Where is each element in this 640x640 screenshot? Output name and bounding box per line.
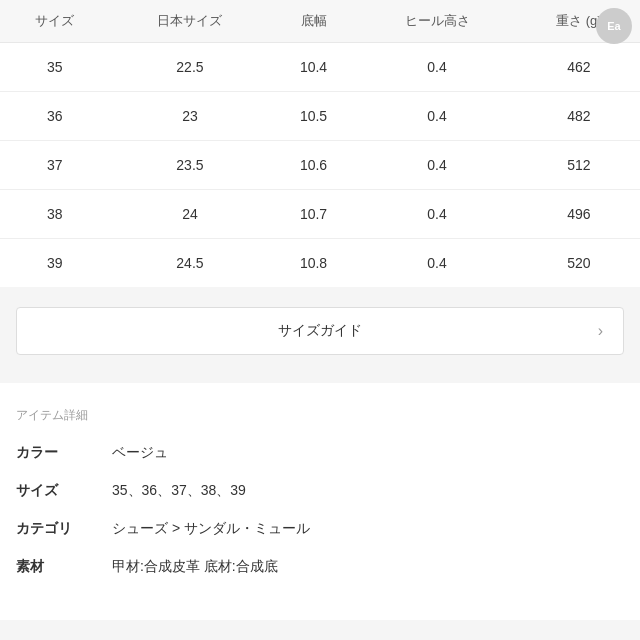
item-details-section: アイテム詳細 カラーベージュサイズ35、36、37、38、39カテゴリシューズ … bbox=[0, 383, 640, 620]
cell-japan_size: 22.5 bbox=[109, 43, 270, 92]
detail-value-2: シューズ > サンダル・ミュール bbox=[112, 520, 310, 538]
cell-japan_size: 23 bbox=[109, 92, 270, 141]
table-row: 3723.510.60.4512 bbox=[0, 141, 640, 190]
header-button-label: Ea bbox=[607, 20, 620, 32]
cell-size: 39 bbox=[0, 239, 109, 288]
cell-heel_height: 0.4 bbox=[357, 190, 518, 239]
cell-size: 37 bbox=[0, 141, 109, 190]
detail-row: カラーベージュ bbox=[16, 444, 624, 462]
cell-heel_height: 0.4 bbox=[357, 239, 518, 288]
item-details-title: アイテム詳細 bbox=[16, 407, 624, 424]
table-row: 3924.510.80.4520 bbox=[0, 239, 640, 288]
col-header-heel-height: ヒール高さ bbox=[357, 0, 518, 43]
cell-weight: 512 bbox=[518, 141, 640, 190]
detail-row: カテゴリシューズ > サンダル・ミュール bbox=[16, 520, 624, 538]
cell-japan_size: 24 bbox=[109, 190, 270, 239]
cell-japan_size: 23.5 bbox=[109, 141, 270, 190]
cell-bottom_width: 10.5 bbox=[271, 92, 357, 141]
detail-label-2: カテゴリ bbox=[16, 520, 96, 538]
table-row: 362310.50.4482 bbox=[0, 92, 640, 141]
cell-bottom_width: 10.6 bbox=[271, 141, 357, 190]
detail-value-0: ベージュ bbox=[112, 444, 168, 462]
size-table-body: 3522.510.40.4462362310.50.44823723.510.6… bbox=[0, 43, 640, 288]
cell-weight: 462 bbox=[518, 43, 640, 92]
table-row: 3522.510.40.4462 bbox=[0, 43, 640, 92]
col-header-bottom-width: 底幅 bbox=[271, 0, 357, 43]
cell-weight: 520 bbox=[518, 239, 640, 288]
detail-value-3: 甲材:合成皮革 底材:合成底 bbox=[112, 558, 278, 576]
table-header-row: サイズ 日本サイズ 底幅 ヒール高さ 重さ (g) bbox=[0, 0, 640, 43]
cell-weight: 482 bbox=[518, 92, 640, 141]
detail-row: 素材甲材:合成皮革 底材:合成底 bbox=[16, 558, 624, 576]
size-guide-section: サイズガイド › bbox=[0, 287, 640, 375]
item-details-rows: カラーベージュサイズ35、36、37、38、39カテゴリシューズ > サンダル・… bbox=[16, 444, 624, 576]
detail-label-0: カラー bbox=[16, 444, 96, 462]
header-button[interactable]: Ea bbox=[596, 8, 632, 44]
detail-label-3: 素材 bbox=[16, 558, 96, 576]
chevron-right-icon: › bbox=[598, 322, 603, 340]
cell-weight: 496 bbox=[518, 190, 640, 239]
cell-size: 36 bbox=[0, 92, 109, 141]
size-guide-button[interactable]: サイズガイド › bbox=[16, 307, 624, 355]
cell-japan_size: 24.5 bbox=[109, 239, 270, 288]
detail-label-1: サイズ bbox=[16, 482, 96, 500]
col-header-size: サイズ bbox=[0, 0, 109, 43]
cell-heel_height: 0.4 bbox=[357, 141, 518, 190]
cell-size: 35 bbox=[0, 43, 109, 92]
table-row: 382410.70.4496 bbox=[0, 190, 640, 239]
cell-size: 38 bbox=[0, 190, 109, 239]
cell-bottom_width: 10.4 bbox=[271, 43, 357, 92]
cell-bottom_width: 10.8 bbox=[271, 239, 357, 288]
col-header-japan-size: 日本サイズ bbox=[109, 0, 270, 43]
cell-heel_height: 0.4 bbox=[357, 43, 518, 92]
cell-heel_height: 0.4 bbox=[357, 92, 518, 141]
detail-row: サイズ35、36、37、38、39 bbox=[16, 482, 624, 500]
size-guide-label: サイズガイド bbox=[37, 322, 603, 340]
size-table-section: サイズ 日本サイズ 底幅 ヒール高さ 重さ (g) 3522.510.40.44… bbox=[0, 0, 640, 287]
cell-bottom_width: 10.7 bbox=[271, 190, 357, 239]
detail-value-1: 35、36、37、38、39 bbox=[112, 482, 246, 500]
size-table: サイズ 日本サイズ 底幅 ヒール高さ 重さ (g) 3522.510.40.44… bbox=[0, 0, 640, 287]
